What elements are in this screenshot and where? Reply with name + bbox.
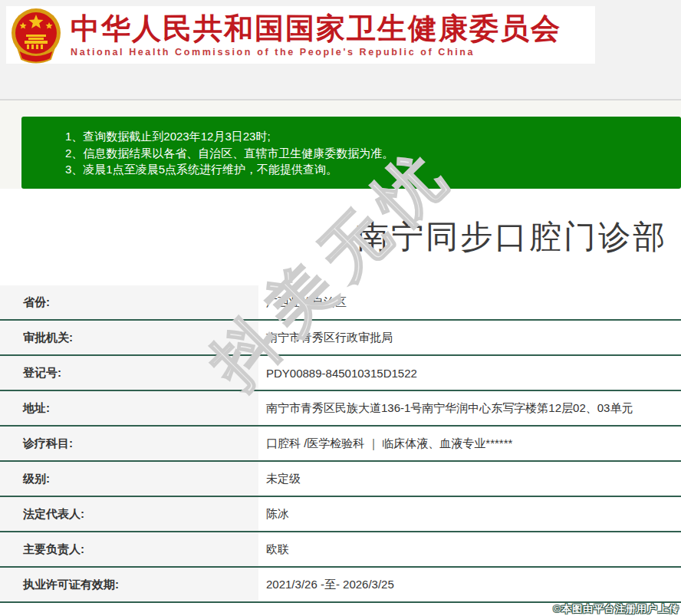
row-value: PDY00889-845010315D1522 <box>258 356 681 390</box>
notice-line-2: 2、信息数据结果以各省、自治区、直辖市卫生健康委数据为准。 <box>65 145 666 162</box>
institution-detail-table: 省份: 广西壮族自治区 审批机关: 南宁市青秀区行政审批局 登记号: PDY00… <box>0 285 681 603</box>
notice-line-3: 3、凌晨1点至凌晨5点系统进行维护，不能提供查询。 <box>65 161 666 178</box>
row-value: 口腔科 /医学检验科 ｜ 临床体液、血液专业****** <box>258 427 681 460</box>
row-label: 级别: <box>0 462 258 496</box>
table-row-registration-number: 登记号: PDY00889-845010315D1522 <box>0 356 681 391</box>
row-label: 登记号: <box>0 356 258 390</box>
table-row-province: 省份: 广西壮族自治区 <box>0 285 681 321</box>
site-title: 中华人民共和国国家卫生健康委员会 <box>71 12 561 44</box>
china-national-emblem-icon <box>9 7 63 64</box>
row-label: 审批机关: <box>0 321 258 354</box>
row-value: 陈冰 <box>258 497 681 531</box>
row-value: 南宁市青秀区民族大道136-1号南宁华润中心东写字楼第12层02、03单元 <box>258 391 681 425</box>
notice-band: 1、查询数据截止到2023年12月3日23时; 2、信息数据结果以各省、自治区、… <box>0 100 681 189</box>
title-section: 南宁同步口腔门诊部 <box>0 189 681 285</box>
row-label: 主要负责人: <box>0 532 258 566</box>
row-label: 地址: <box>0 391 258 425</box>
table-row-medical-subjects: 诊疗科目: 口腔科 /医学检验科 ｜ 临床体液、血液专业****** <box>0 427 681 462</box>
notice-box: 1、查询数据截止到2023年12月3日23时; 2、信息数据结果以各省、自治区、… <box>21 117 681 189</box>
row-value: 未定级 <box>258 462 681 496</box>
row-value: 南宁市青秀区行政审批局 <box>258 321 681 354</box>
row-value: 2021/3/26 -至- 2026/3/25 <box>258 568 681 601</box>
table-row-address: 地址: 南宁市青秀区民族大道136-1号南宁华润中心东写字楼第12层02、03单… <box>0 391 681 427</box>
row-label: 法定代表人: <box>0 497 258 531</box>
row-value: 欧联 <box>258 532 681 566</box>
table-row-legal-representative: 法定代表人: 陈冰 <box>0 497 681 532</box>
top-band: 中华人民共和国国家卫生健康委员会 National Health Commiss… <box>0 0 681 99</box>
row-label: 诊疗科目: <box>0 427 258 460</box>
table-row-person-in-charge: 主要负责人: 欧联 <box>0 532 681 568</box>
corner-upload-watermark: ©本图由平台注册用户上传 <box>553 602 679 616</box>
notice-line-1: 1、查询数据截止到2023年12月3日23时; <box>65 128 666 145</box>
table-row-license-validity: 执业许可证有效期: 2021/3/26 -至- 2026/3/25 <box>0 568 681 603</box>
row-label: 执业许可证有效期: <box>0 568 258 601</box>
institution-name: 南宁同步口腔门诊部 <box>357 216 667 259</box>
query-result-page: 中华人民共和国国家卫生健康委员会 National Health Commiss… <box>0 0 681 616</box>
row-value: 广西壮族自治区 <box>258 285 681 319</box>
row-label: 省份: <box>0 285 258 319</box>
header-text-block: 中华人民共和国国家卫生健康委员会 National Health Commiss… <box>71 12 561 58</box>
table-row-level: 级别: 未定级 <box>0 462 681 497</box>
site-subtitle: National Health Commission of the People… <box>71 47 561 58</box>
site-header: 中华人民共和国国家卫生健康委员会 National Health Commiss… <box>6 6 595 64</box>
table-row-approval-authority: 审批机关: 南宁市青秀区行政审批局 <box>0 321 681 356</box>
